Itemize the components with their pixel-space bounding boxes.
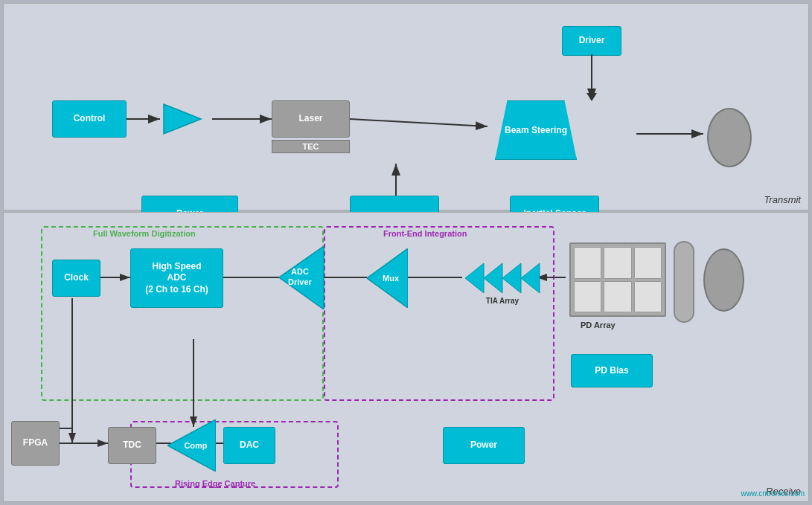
receive-power-block: Power [443,427,525,464]
beam-steering-block: Beam Steering [495,100,577,160]
pd-cell [604,247,631,279]
pd-array-block [569,242,666,317]
svg-marker-8 [164,104,201,134]
svg-marker-10 [586,93,597,101]
pd-cell [574,281,601,313]
tec-block: TEC [272,140,350,153]
fpga-block: FPGA [11,421,60,466]
pd-array-label: PD Array [581,321,616,329]
transmit-label: Transmit [764,194,801,205]
driver-block: Driver [562,26,621,56]
receive-panel: Receive Full Waveform Digitization Front… [3,212,809,502]
rising-edge-label: Rising Edge Capture [175,479,255,488]
driver-connector-svg [584,54,599,103]
pd-cell [634,247,662,279]
pd-bias-block: PD Bias [571,354,653,387]
tdc-block: TDC [108,427,156,464]
laser-block: Laser [272,100,350,138]
receive-lens [674,241,694,323]
high-speed-adc-block: High Speed ADC (2 Ch to 16 Ch) [130,248,223,308]
clock-block: Clock [52,260,100,297]
watermark: www.cntronics.com [741,489,805,498]
pd-cell [604,281,631,313]
pd-cell [634,281,662,313]
full-waveform-label: Full Waveform Digitization [93,229,196,238]
front-end-section [324,226,554,401]
dac-block: DAC [223,427,275,464]
transmit-target-ellipse [707,108,752,167]
main-container: Transmit [0,0,812,505]
transmit-panel: Transmit [3,3,809,210]
receive-target-ellipse [703,248,744,312]
front-end-label: Front-End Integration [383,229,467,238]
svg-line-4 [350,119,487,126]
control-block: Control [52,100,127,138]
pd-cell [574,247,601,279]
